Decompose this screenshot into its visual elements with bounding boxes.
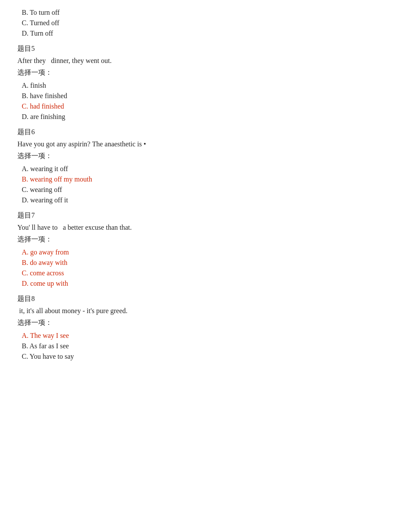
q7-instruction: 选择一项：: [17, 235, 383, 244]
q6-option-a-label: A. wearing it off: [22, 165, 68, 172]
q4-option-d-label: D. Turn off: [22, 30, 53, 37]
q5-option-b[interactable]: B. have finished: [17, 92, 383, 100]
q8-option-b-label: B. As far as I see: [22, 342, 69, 350]
q6-option-d[interactable]: D. wearing off it: [17, 196, 383, 204]
q6-text: Have you got any aspirin? The anaestheti…: [17, 140, 383, 148]
q6-option-c[interactable]: C. wearing off: [17, 186, 383, 194]
q7-option-b[interactable]: B. do away with: [17, 259, 383, 267]
q6-instruction: 选择一项：: [17, 152, 383, 161]
q7-title: 题目7: [17, 211, 383, 220]
q8-instruction: 选择一项：: [17, 318, 383, 327]
q4-option-c-label: C. Turned off: [22, 19, 59, 26]
question-8: 题目8 it, it's all about money - it's pure…: [17, 294, 383, 360]
q6-option-b-label: B. wearing off my mouth: [22, 175, 92, 183]
q4-option-b-label: B. To turn off: [22, 9, 60, 16]
question-5: 题目5 After they dinner, they went out. 选择…: [17, 44, 383, 121]
q4-option-d: D. Turn off: [17, 30, 383, 37]
q5-text: After they dinner, they went out.: [17, 57, 383, 65]
q5-option-c-label: C. had finished: [22, 102, 64, 110]
q8-text: it, it's all about money - it's pure gre…: [17, 307, 383, 315]
q4-trailing-options: B. To turn off C. Turned off D. Turn off: [17, 9, 383, 37]
question-6: 题目6 Have you got any aspirin? The anaest…: [17, 128, 383, 204]
q4-option-c: C. Turned off: [17, 19, 383, 27]
q7-text: You' ll have to a better excuse than tha…: [17, 224, 383, 231]
q5-instruction: 选择一项：: [17, 68, 383, 77]
q8-title: 题目8: [17, 294, 383, 304]
q5-option-b-label: B. have finished: [22, 92, 67, 99]
q5-option-a[interactable]: A. finish: [17, 82, 383, 89]
q7-option-d-label: D. come up with: [22, 280, 68, 287]
q5-option-a-label: A. finish: [22, 82, 46, 89]
q6-option-d-label: D. wearing off it: [22, 196, 68, 204]
q5-title: 题目5: [17, 44, 383, 53]
q7-option-d[interactable]: D. come up with: [17, 280, 383, 287]
q8-option-c[interactable]: C. You have to say: [17, 353, 383, 360]
q6-option-c-label: C. wearing off: [22, 186, 62, 193]
q7-option-b-label: B. do away with: [22, 259, 67, 266]
q8-option-a-label: A. The way I see: [22, 332, 69, 339]
q5-option-d-label: D. are finishing: [22, 113, 65, 120]
q7-option-a[interactable]: A. go away from: [17, 248, 383, 256]
question-7: 题目7 You' ll have to a better excuse than…: [17, 211, 383, 287]
q5-option-c[interactable]: C. had finished: [17, 102, 383, 110]
q6-title: 题目6: [17, 128, 383, 137]
q8-option-a[interactable]: A. The way I see: [17, 332, 383, 340]
q5-option-d[interactable]: D. are finishing: [17, 113, 383, 121]
q7-option-a-label: A. go away from: [22, 248, 69, 256]
q7-option-c[interactable]: C. come across: [17, 269, 383, 277]
q6-option-a[interactable]: A. wearing it off: [17, 165, 383, 173]
q8-option-b[interactable]: B. As far as I see: [17, 342, 383, 350]
q4-option-b: B. To turn off: [17, 9, 383, 17]
q7-option-c-label: C. come across: [22, 269, 64, 277]
q8-option-c-label: C. You have to say: [22, 353, 74, 360]
q6-option-b[interactable]: B. wearing off my mouth: [17, 175, 383, 183]
